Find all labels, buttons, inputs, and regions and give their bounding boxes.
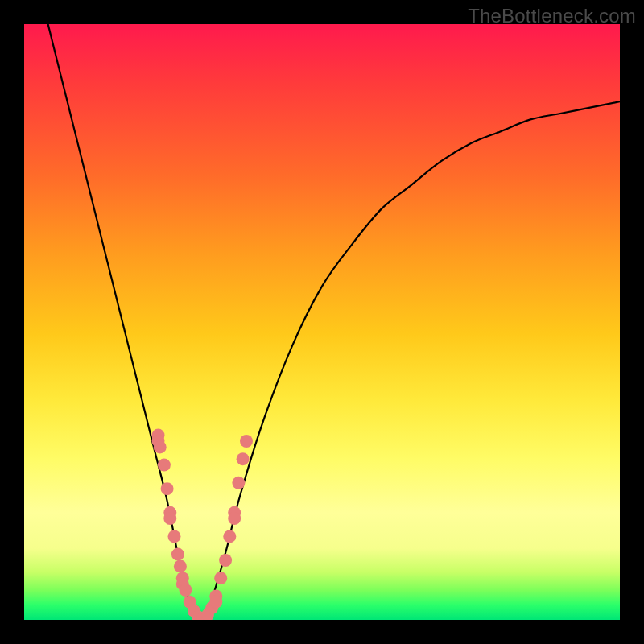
bead-marker — [158, 459, 171, 472]
bead-marker — [219, 554, 232, 567]
bead-marker — [240, 435, 253, 448]
bead-marker — [161, 482, 174, 495]
bead-marker — [168, 530, 181, 543]
bead-marker — [228, 512, 241, 525]
bead-marker — [163, 512, 176, 525]
bead-group — [152, 429, 254, 620]
bead-marker — [171, 548, 184, 561]
bead-marker — [180, 584, 192, 597]
bead-marker — [154, 440, 167, 453]
bead-marker — [209, 596, 222, 609]
watermark-text: TheBottleneck.com — [468, 5, 636, 27]
outer-frame: TheBottleneck.com — [0, 0, 644, 644]
bead-marker — [232, 477, 245, 489]
bead-marker — [174, 559, 187, 572]
plot-area — [24, 24, 620, 620]
bead-marker — [214, 572, 227, 584]
bead-marker — [223, 530, 236, 543]
bead-marker — [237, 452, 250, 465]
curve-svg — [24, 24, 620, 620]
bottleneck-curve — [48, 24, 620, 620]
